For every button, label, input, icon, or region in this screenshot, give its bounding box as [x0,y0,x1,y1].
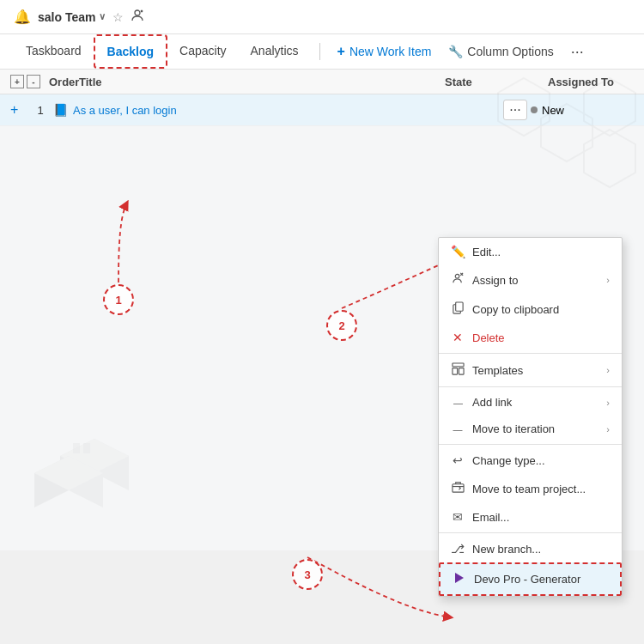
plus-icon: + [337,44,345,59]
svg-rect-21 [83,443,90,453]
change-type-icon: ↩ [451,453,465,467]
favorite-star-icon[interactable]: ☆ [112,10,124,24]
column-options-button[interactable]: 🔧 Column Options [440,38,562,65]
tab-analytics[interactable]: Analytics [239,35,311,68]
cm-email-left: ✉ Email... [451,510,509,524]
cm-add-link-label: Add link [472,396,512,409]
cm-assign-left: Assign to [451,272,518,288]
add-link-submenu-icon: › [606,398,610,408]
title-header-label: Title [79,76,102,88]
bg-building [9,387,180,542]
work-item-title: As a user, I can login [73,104,177,117]
column-options-icon: 🔧 [448,45,463,58]
svg-rect-7 [452,484,463,492]
cm-email[interactable]: ✉ Email... [439,503,622,531]
templates-submenu-icon: › [606,365,610,375]
svg-marker-8 [455,573,464,583]
templates-icon [451,362,465,378]
cm-move-project-label: Move to team project... [472,483,586,495]
cm-change-type[interactable]: ↩ Change type... [439,447,622,474]
cm-assign-to[interactable]: Assign to › [439,265,622,295]
cm-new-branch-label: New branch... [472,543,541,556]
email-icon: ✉ [451,510,465,524]
move-iteration-icon: — [451,424,465,434]
cm-add-link[interactable]: — Add link › [439,389,622,416]
content-area: + - Order Title State Assigned To + 1 📘 … [0,70,644,550]
cm-divider-4 [439,532,622,533]
cm-edit-label: Edit... [472,246,501,258]
assign-icon [451,272,465,288]
cm-assign-label: Assign to [472,274,518,287]
member-icon[interactable] [131,9,144,25]
svg-point-0 [135,10,140,15]
cm-copy-label: Copy to clipboard [472,303,559,316]
nav-divider [319,43,320,60]
cm-move-project-left: Move to team project... [451,481,586,496]
tab-capacity[interactable]: Capacity [167,35,238,68]
new-work-item-label: New Work Item [349,45,431,58]
top-bar: 🔔 salo Team ∨ ☆ [0,0,644,34]
row-title[interactable]: 📘 As a user, I can login [53,103,503,117]
cm-copy-left: Copy to clipboard [451,301,559,317]
col-order: + - Order [10,75,79,88]
team-name-label: salo Team [38,10,95,24]
state-header-label: State [445,76,472,88]
new-work-item-button[interactable]: + New Work Item [329,37,440,66]
cm-templates[interactable]: Templates › [439,355,622,385]
cm-delete[interactable]: ✕ Delete [439,324,622,351]
cm-divider-2 [439,386,622,387]
tab-backlog[interactable]: Backlog [94,34,167,69]
copy-icon [451,301,465,317]
cm-new-branch-left: ⎇ New branch... [451,542,541,556]
annotation-2: 2 [326,310,357,341]
cm-devo-pro[interactable]: Devo Pro - Generator [439,562,622,596]
nav-bar: Taskboard Backlog Capacity Analytics + N… [0,34,644,70]
col-title: Title [79,76,445,88]
add-link-icon: — [451,398,465,408]
cm-edit[interactable]: ✏️ Edit... [439,238,622,265]
annotation-3-label: 3 [304,568,310,581]
svg-rect-3 [455,302,462,311]
svg-point-1 [455,274,459,278]
svg-rect-20 [73,443,80,453]
expand-btn-minus[interactable]: - [27,75,40,88]
more-options-button[interactable]: ··· [562,36,592,68]
cm-add-link-left: — Add link [451,396,512,409]
assign-submenu-icon: › [606,275,610,285]
row-add-button[interactable]: + [10,102,27,118]
svg-rect-4 [452,363,463,367]
svg-rect-5 [452,368,457,375]
svg-rect-6 [459,368,464,375]
annotation-1-label: 1 [115,294,121,307]
cm-change-type-left: ↩ Change type... [451,453,545,467]
team-chevron-icon: ∨ [99,11,106,22]
work-item-icon: 📘 [53,103,68,117]
column-options-label: Column Options [467,45,553,58]
order-header-label: Order [49,76,79,88]
cm-move-iteration[interactable]: — Move to iteration › [439,416,622,442]
context-menu: ✏️ Edit... Assign to › [438,237,623,597]
cm-move-iteration-left: — Move to iteration [451,422,555,435]
team-name-button[interactable]: salo Team ∨ [38,10,106,24]
cm-devo-pro-label: Devo Pro - Generator [474,573,580,586]
expand-btn-plus[interactable]: + [10,75,24,88]
annotation-1: 1 [103,284,134,315]
cm-divider-3 [439,444,622,445]
cm-copy[interactable]: Copy to clipboard [439,295,622,324]
cm-new-branch[interactable]: ⎇ New branch... [439,535,622,562]
cm-move-iteration-label: Move to iteration [472,422,555,435]
cm-delete-label: Delete [472,331,505,344]
tab-taskboard[interactable]: Taskboard [14,35,94,68]
cm-templates-label: Templates [472,364,523,377]
cm-move-project[interactable]: Move to team project... [439,474,622,503]
cm-divider-1 [439,353,622,354]
devo-pro-icon [453,571,466,587]
edit-icon: ✏️ [451,245,465,258]
cm-delete-left: ✕ Delete [451,331,505,344]
new-branch-icon: ⎇ [451,542,465,556]
move-iteration-submenu-icon: › [606,424,610,434]
move-project-icon [451,481,465,496]
cm-change-type-label: Change type... [472,454,545,467]
annotation-3: 3 [292,559,323,590]
cm-edit-left: ✏️ Edit... [451,245,501,258]
